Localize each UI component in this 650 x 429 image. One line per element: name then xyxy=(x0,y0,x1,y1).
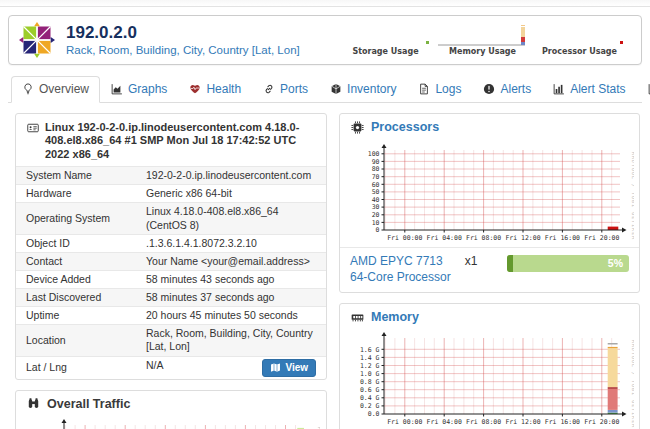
tab-label: Health xyxy=(206,82,241,96)
cpu-info: AMD EPYC 7713 x1 64-Core Processor xyxy=(350,254,477,284)
table-row: HardwareGeneric x86 64-bit xyxy=(16,185,326,203)
row-label: Location xyxy=(16,325,136,356)
memory-icon xyxy=(351,311,364,324)
tab-label: Ports xyxy=(280,82,308,96)
tab-overview[interactable]: Overview xyxy=(11,76,100,103)
row-value: N/AView xyxy=(136,356,326,379)
row-value: Generic x86 64-bit xyxy=(136,185,326,203)
row-label: Operating System xyxy=(16,203,136,234)
svg-text:0.8 G: 0.8 G xyxy=(360,378,380,386)
tab-alerts[interactable]: Alerts xyxy=(472,76,542,103)
memory-heading: Memory xyxy=(340,304,639,330)
tab-label: Alert Stats xyxy=(570,82,625,96)
svg-text:RRDTOOL / TOBI OETIKER: RRDTOOL / TOBI OETIKER xyxy=(631,340,634,428)
processors-title: Processors xyxy=(371,120,439,134)
device-titles: 192.0.2.0 Rack, Room, Building, City, Co… xyxy=(66,24,300,57)
row-label: Contact xyxy=(16,252,136,270)
lightbulb-icon xyxy=(22,83,34,95)
svg-text:Fri 04:00: Fri 04:00 xyxy=(427,234,462,242)
device-location-link[interactable]: Rack, Room, Building, City, Country [Lat… xyxy=(66,44,300,56)
svg-text:Fri 16:00: Fri 16:00 xyxy=(545,418,580,426)
tab-label: Inventory xyxy=(347,82,396,96)
storage-usage-mini-graph[interactable]: Storage Usage xyxy=(338,25,433,56)
table-row: Operating SystemLinux 4.18.0-408.el8.x86… xyxy=(16,203,326,234)
processors-graph[interactable]: 0102030405060708090100Fri 00:00Fri 04:00… xyxy=(340,140,639,247)
table-row: LocationRack, Room, Building, City, Coun… xyxy=(16,325,326,356)
view-location-button[interactable]: View xyxy=(262,359,316,377)
area-chart-icon xyxy=(111,83,123,95)
svg-text:0.4 G: 0.4 G xyxy=(360,394,380,402)
svg-text:Fri 20:00: Fri 20:00 xyxy=(584,234,619,242)
svg-text:60: 60 xyxy=(372,181,380,189)
svg-text:Fri 04:00: Fri 04:00 xyxy=(427,418,462,426)
memory-panel: Memory 0.00.2 G0.4 G0.6 G0.8 G1.0 G1.2 G… xyxy=(339,303,640,429)
cpu-usage-fill xyxy=(507,255,513,272)
processor-usage-mini-graph[interactable]: Processor Usage xyxy=(532,25,627,56)
memory-usage-mini-graph[interactable]: Memory Usage xyxy=(435,25,530,56)
row-value: Your Name <your@email.address> xyxy=(136,252,326,270)
tab-label: Logs xyxy=(435,82,461,96)
system-info-table: System Name192-0-2-0.ip.linodeuserconten… xyxy=(16,166,326,378)
row-label: Lat / Lng xyxy=(16,356,136,379)
tab-ports[interactable]: Ports xyxy=(252,76,319,103)
cpu-description: 64-Core Processor xyxy=(350,270,477,284)
cube-icon xyxy=(330,83,342,95)
memory-usage-label: Memory Usage xyxy=(435,47,530,56)
row-label: Device Added xyxy=(16,270,136,288)
tab-latency[interactable]: Latency xyxy=(637,76,650,103)
system-description: Linux 192-0-2-0.ip.linodeusercontent.com… xyxy=(45,121,315,161)
table-row: Device Added58 minutes 43 seconds ago xyxy=(16,270,326,288)
svg-text:70: 70 xyxy=(372,173,380,181)
processor-usage-label: Processor Usage xyxy=(532,47,627,56)
tab-label: Overview xyxy=(39,82,89,96)
svg-text:Fri 20:00: Fri 20:00 xyxy=(584,418,619,426)
svg-text:100: 100 xyxy=(368,150,380,158)
tab-health[interactable]: Health xyxy=(178,76,252,103)
tab-logs[interactable]: Logs xyxy=(407,76,472,103)
device-ip-title: 192.0.2.0 xyxy=(66,24,300,43)
bar-chart-icon xyxy=(553,83,565,95)
svg-text:Fri 00:00: Fri 00:00 xyxy=(387,234,422,242)
table-row: Uptime20 hours 45 minutes 50 seconds xyxy=(16,307,326,325)
row-value: .1.3.6.1.4.1.8072.3.2.10 xyxy=(136,234,326,252)
header-mini-graphs: Storage Usage Memory UsageProcessor Usag… xyxy=(338,25,631,56)
cpu-usage-bar: 5% xyxy=(507,255,629,272)
tab-graphs[interactable]: Graphs xyxy=(100,76,178,103)
device-header: 192.0.2.0 Rack, Room, Building, City, Co… xyxy=(8,15,642,65)
tabs: OverviewGraphsHealthPortsInventoryLogsAl… xyxy=(11,76,650,102)
device-tab-bar: OverviewGraphsHealthPortsInventoryLogsAl… xyxy=(8,73,642,103)
svg-text:Fri 00:00: Fri 00:00 xyxy=(387,418,422,426)
processor-list-item: AMD EPYC 7713 x1 64-Core Processor 5% xyxy=(340,247,639,292)
row-label: Last Discovered xyxy=(16,289,136,307)
row-value: 58 minutes 43 seconds ago xyxy=(136,270,326,288)
svg-text:0: 0 xyxy=(376,226,380,234)
svg-text:Fri 12:00: Fri 12:00 xyxy=(505,234,540,242)
row-label: System Name xyxy=(16,167,136,185)
tab-alert-stats[interactable]: Alert Stats xyxy=(542,76,636,103)
tab-label: Graphs xyxy=(128,82,167,96)
processors-panel: Processors 0102030405060708090100Fri 00:… xyxy=(339,113,640,293)
system-info-panel: Linux 192-0-2-0.ip.linodeusercontent.com… xyxy=(15,113,327,380)
svg-text:30: 30 xyxy=(372,203,380,211)
row-value: 192-0-2-0.ip.linodeusercontent.com xyxy=(136,167,326,185)
centos-logo-icon xyxy=(19,22,55,58)
svg-text:90: 90 xyxy=(372,158,380,166)
alert-circle-icon xyxy=(483,83,495,95)
svg-text:50: 50 xyxy=(372,188,380,196)
svg-text:1.6 G: 1.6 G xyxy=(360,346,380,354)
navbar-bottom-edge xyxy=(0,0,650,7)
heartbeat-icon xyxy=(189,83,201,95)
memory-graph[interactable]: 0.00.2 G0.4 G0.6 G0.8 G1.0 G1.2 G1.4 G1.… xyxy=(340,330,639,429)
svg-text:Fri 16:00: Fri 16:00 xyxy=(545,234,580,242)
cpu-count: x1 xyxy=(465,254,478,268)
row-label: Uptime xyxy=(16,307,136,325)
cpu-name-link[interactable]: AMD EPYC 7713 xyxy=(350,254,443,268)
file-icon xyxy=(418,83,430,95)
storage-usage-label: Storage Usage xyxy=(338,47,433,56)
right-column: Processors 0102030405060708090100Fri 00:… xyxy=(339,113,640,429)
svg-text:1.2 G: 1.2 G xyxy=(360,362,380,370)
memory-title: Memory xyxy=(371,310,419,324)
tab-inventory[interactable]: Inventory xyxy=(319,76,407,103)
svg-text:20: 20 xyxy=(372,211,380,219)
overall-traffic-graph[interactable]: 050 k100 k150 kRRDTOOL / TOBI OETIKER xyxy=(16,417,326,429)
